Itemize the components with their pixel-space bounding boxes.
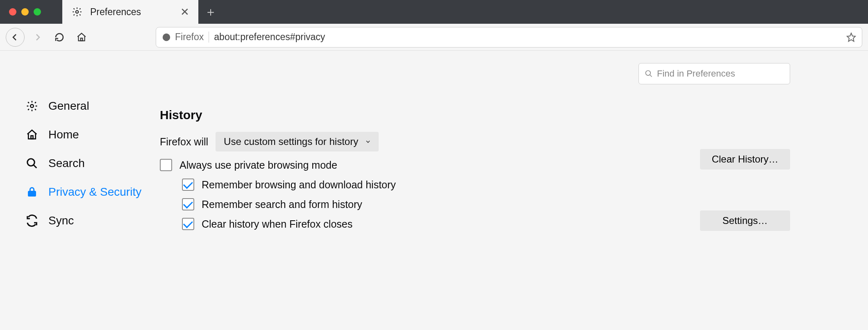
gear-icon (70, 7, 84, 17)
chevron-down-icon (365, 138, 371, 145)
sidebar-item-home[interactable]: Home (25, 120, 160, 149)
svg-point-4 (30, 104, 34, 108)
section-title: History (160, 108, 570, 122)
reload-button[interactable] (50, 28, 69, 47)
svg-point-2 (163, 33, 170, 41)
tab-preferences[interactable]: Preferences ✕ (62, 0, 198, 24)
option-label: Remember search and form history (202, 199, 362, 210)
sidebar: General Home Search Privacy & Security S… (0, 51, 160, 330)
svg-point-6 (27, 159, 35, 166)
close-window-button[interactable] (9, 8, 16, 16)
select-value: Use custom settings for history (224, 136, 358, 147)
svg-rect-5 (31, 136, 33, 139)
main: General Home Search Privacy & Security S… (0, 51, 868, 330)
svg-marker-3 (847, 33, 855, 41)
content: Find in Preferences History Firefox will… (160, 51, 868, 330)
close-tab-button[interactable]: ✕ (179, 5, 191, 19)
sidebar-item-label: Privacy & Security (48, 185, 141, 199)
new-tab-button[interactable]: ＋ (198, 0, 223, 24)
window-controls (0, 0, 62, 24)
option-private-browsing[interactable]: Always use private browsing mode (160, 159, 570, 171)
sidebar-item-privacy[interactable]: Privacy & Security (25, 178, 160, 206)
search-placeholder: Find in Preferences (657, 68, 735, 79)
checkbox-private-browsing[interactable] (160, 159, 172, 171)
sidebar-item-label: General (48, 99, 89, 113)
tab-label: Preferences (90, 7, 173, 18)
sync-icon (25, 215, 39, 227)
checkbox-clear-on-close[interactable] (182, 218, 194, 230)
option-remember-search[interactable]: Remember search and form history (182, 198, 570, 210)
option-label: Remember browsing and download history (202, 179, 396, 191)
action-buttons: Clear History… Settings… (700, 149, 790, 231)
gear-icon (25, 100, 39, 112)
home-button[interactable] (72, 28, 91, 47)
history-settings-button[interactable]: Settings… (700, 210, 790, 231)
tab-strip: Preferences ✕ ＋ (0, 0, 868, 24)
search-icon (25, 157, 39, 170)
option-label: Always use private browsing mode (180, 159, 337, 171)
history-mode-row: Firefox will Use custom settings for his… (160, 132, 570, 151)
back-button[interactable] (6, 28, 25, 47)
home-icon (25, 129, 39, 141)
sidebar-item-general[interactable]: General (25, 92, 160, 120)
svg-rect-7 (28, 191, 36, 197)
checkbox-remember-search[interactable] (182, 198, 194, 210)
address-prefix-label: Firefox (175, 32, 204, 43)
option-clear-on-close[interactable]: Clear history when Firefox closes (182, 218, 570, 230)
address-identity: Firefox (162, 32, 209, 43)
address-url: about:preferences#privacy (214, 32, 841, 43)
maximize-window-button[interactable] (34, 8, 41, 16)
sidebar-item-label: Home (48, 128, 79, 141)
sidebar-item-label: Sync (48, 214, 74, 227)
svg-point-0 (76, 11, 79, 14)
sidebar-item-label: Search (48, 157, 85, 170)
minimize-window-button[interactable] (21, 8, 29, 16)
selector-label: Firefox will (160, 136, 208, 148)
option-remember-browsing[interactable]: Remember browsing and download history (182, 179, 570, 191)
history-mode-select[interactable]: Use custom settings for history (216, 132, 379, 151)
sidebar-item-sync[interactable]: Sync (25, 206, 160, 235)
lock-icon (25, 186, 39, 198)
clear-history-button[interactable]: Clear History… (700, 149, 790, 170)
bookmark-star-icon[interactable] (846, 32, 856, 42)
address-bar[interactable]: Firefox about:preferences#privacy (156, 27, 862, 47)
preferences-search[interactable]: Find in Preferences (639, 63, 790, 84)
svg-point-8 (646, 71, 651, 76)
search-icon (645, 70, 653, 78)
svg-rect-1 (81, 38, 82, 41)
option-label: Clear history when Firefox closes (202, 218, 352, 230)
checkbox-remember-browsing[interactable] (182, 179, 194, 191)
history-section: History Firefox will Use custom settings… (160, 108, 570, 230)
sidebar-item-search[interactable]: Search (25, 149, 160, 178)
forward-button[interactable] (28, 28, 47, 47)
toolbar: Firefox about:preferences#privacy (0, 24, 868, 51)
